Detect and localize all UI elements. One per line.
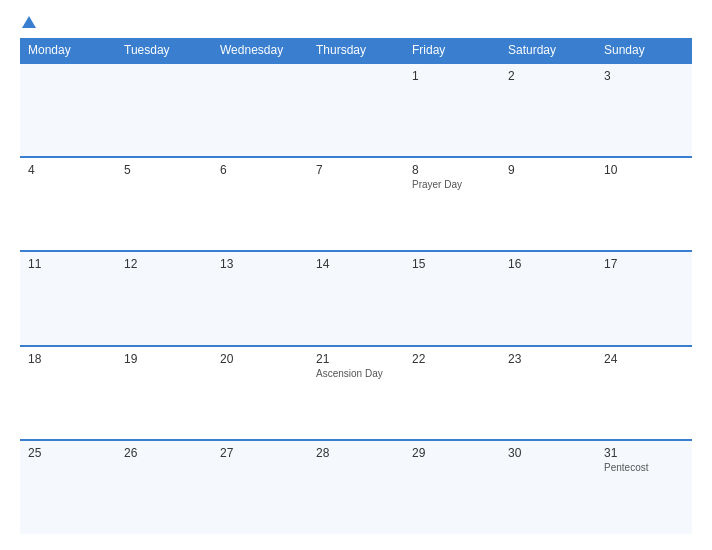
day-number: 1 xyxy=(412,69,492,83)
calendar-cell: 24 xyxy=(596,346,692,440)
calendar-cell: 9 xyxy=(500,157,596,251)
day-number: 11 xyxy=(28,257,108,271)
day-number: 18 xyxy=(28,352,108,366)
day-number: 6 xyxy=(220,163,300,177)
week-row-2: 45678Prayer Day910 xyxy=(20,157,692,251)
calendar-cell: 14 xyxy=(308,251,404,345)
calendar-cell: 30 xyxy=(500,440,596,534)
weekday-header-saturday: Saturday xyxy=(500,38,596,63)
calendar-cell: 16 xyxy=(500,251,596,345)
logo xyxy=(20,16,36,28)
calendar-cell: 6 xyxy=(212,157,308,251)
calendar-table: MondayTuesdayWednesdayThursdayFridaySatu… xyxy=(20,38,692,534)
calendar-cell: 7 xyxy=(308,157,404,251)
day-number: 15 xyxy=(412,257,492,271)
calendar-cell: 10 xyxy=(596,157,692,251)
day-number: 8 xyxy=(412,163,492,177)
calendar-cell: 21Ascension Day xyxy=(308,346,404,440)
calendar-cell: 1 xyxy=(404,63,500,157)
calendar-cell: 17 xyxy=(596,251,692,345)
day-number: 23 xyxy=(508,352,588,366)
day-number: 7 xyxy=(316,163,396,177)
day-number: 31 xyxy=(604,446,684,460)
event-label: Prayer Day xyxy=(412,179,492,190)
day-number: 30 xyxy=(508,446,588,460)
calendar-cell: 5 xyxy=(116,157,212,251)
calendar-cell xyxy=(116,63,212,157)
calendar-cell: 12 xyxy=(116,251,212,345)
weekday-header-row: MondayTuesdayWednesdayThursdayFridaySatu… xyxy=(20,38,692,63)
day-number: 25 xyxy=(28,446,108,460)
event-label: Pentecost xyxy=(604,462,684,473)
calendar-cell: 23 xyxy=(500,346,596,440)
day-number: 4 xyxy=(28,163,108,177)
week-row-3: 11121314151617 xyxy=(20,251,692,345)
calendar-cell: 19 xyxy=(116,346,212,440)
day-number: 29 xyxy=(412,446,492,460)
day-number: 5 xyxy=(124,163,204,177)
day-number: 19 xyxy=(124,352,204,366)
week-row-1: 123 xyxy=(20,63,692,157)
day-number: 21 xyxy=(316,352,396,366)
calendar-cell: 15 xyxy=(404,251,500,345)
calendar-cell: 25 xyxy=(20,440,116,534)
calendar-cell: 27 xyxy=(212,440,308,534)
calendar-cell: 11 xyxy=(20,251,116,345)
calendar-cell: 18 xyxy=(20,346,116,440)
calendar-cell: 13 xyxy=(212,251,308,345)
day-number: 26 xyxy=(124,446,204,460)
weekday-header-thursday: Thursday xyxy=(308,38,404,63)
calendar-cell: 20 xyxy=(212,346,308,440)
event-label: Ascension Day xyxy=(316,368,396,379)
day-number: 14 xyxy=(316,257,396,271)
day-number: 27 xyxy=(220,446,300,460)
calendar-page: MondayTuesdayWednesdayThursdayFridaySatu… xyxy=(0,0,712,550)
week-row-4: 18192021Ascension Day222324 xyxy=(20,346,692,440)
weekday-header-wednesday: Wednesday xyxy=(212,38,308,63)
day-number: 28 xyxy=(316,446,396,460)
day-number: 22 xyxy=(412,352,492,366)
weekday-header-monday: Monday xyxy=(20,38,116,63)
calendar-cell xyxy=(20,63,116,157)
calendar-cell: 28 xyxy=(308,440,404,534)
calendar-cell xyxy=(308,63,404,157)
weekday-header-friday: Friday xyxy=(404,38,500,63)
day-number: 2 xyxy=(508,69,588,83)
day-number: 10 xyxy=(604,163,684,177)
week-row-5: 25262728293031Pentecost xyxy=(20,440,692,534)
calendar-cell: 8Prayer Day xyxy=(404,157,500,251)
calendar-cell: 3 xyxy=(596,63,692,157)
day-number: 3 xyxy=(604,69,684,83)
calendar-cell: 29 xyxy=(404,440,500,534)
day-number: 16 xyxy=(508,257,588,271)
calendar-cell: 31Pentecost xyxy=(596,440,692,534)
day-number: 24 xyxy=(604,352,684,366)
day-number: 20 xyxy=(220,352,300,366)
calendar-cell xyxy=(212,63,308,157)
calendar-cell: 26 xyxy=(116,440,212,534)
logo-triangle-icon xyxy=(22,16,36,28)
day-number: 12 xyxy=(124,257,204,271)
day-number: 17 xyxy=(604,257,684,271)
weekday-header-tuesday: Tuesday xyxy=(116,38,212,63)
weekday-header-sunday: Sunday xyxy=(596,38,692,63)
calendar-cell: 4 xyxy=(20,157,116,251)
day-number: 9 xyxy=(508,163,588,177)
header xyxy=(20,16,692,28)
day-number: 13 xyxy=(220,257,300,271)
calendar-cell: 2 xyxy=(500,63,596,157)
calendar-cell: 22 xyxy=(404,346,500,440)
